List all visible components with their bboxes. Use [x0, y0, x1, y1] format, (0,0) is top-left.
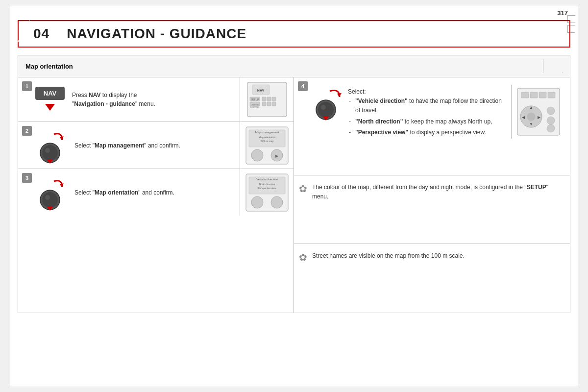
dial-arrow-3 [35, 176, 67, 211]
svg-text:▶: ▶ [275, 154, 279, 158]
svg-marker-15 [60, 136, 64, 140]
device-sketch-2: Map management Map orientation POI on ma… [245, 126, 289, 165]
svg-text:Map management: Map management [255, 131, 279, 134]
sun-icon-2: ✿ [299, 251, 307, 263]
svg-rect-9 [262, 97, 266, 101]
header-title: 04 NAVIGATION - GUIDANCE [28, 26, 560, 42]
dial-icon-2 [35, 129, 67, 161]
device-sketch-4: ▲ ▼ ◀ ▶ [516, 87, 561, 136]
step-2-content: Select "Map management" and confirm. [18, 122, 240, 169]
svg-marker-0 [45, 104, 55, 111]
nav-button-icon: NAV [35, 87, 65, 100]
svg-text:Vehicle direction: Vehicle direction [256, 178, 278, 181]
svg-point-18 [45, 148, 50, 153]
svg-text:ROUTING: ROUTING [250, 106, 259, 108]
page-number: 317 [557, 9, 568, 17]
info-2-text: Street names are visible on the map from… [312, 251, 565, 261]
section-title: Map orientation [25, 63, 73, 70]
svg-rect-13 [267, 102, 271, 106]
svg-marker-40 [337, 93, 342, 97]
svg-point-58 [547, 124, 555, 132]
info-1-cell: ✿ The colour of the map, different from … [294, 175, 570, 244]
svg-point-17 [42, 145, 58, 161]
svg-point-56 [547, 107, 555, 115]
step-4-device-image: ▲ ▼ ◀ ▶ [511, 85, 565, 139]
svg-point-43 [321, 105, 326, 110]
step-1-content: NAV Press NAV to display the "Navigation… [18, 77, 240, 122]
main-grid: 1 NAV Press NAV to display the "Navigati… [18, 77, 570, 313]
svg-rect-12 [262, 102, 266, 106]
svg-point-57 [547, 117, 555, 124]
page: 317 04 NAVIGATION - GUIDANCE Map orienta… [10, 5, 578, 387]
dial-arrow-2 [35, 129, 67, 164]
svg-rect-10 [267, 97, 271, 101]
step-3-wrapper: 3 Se [18, 169, 294, 216]
svg-point-38 [251, 196, 263, 208]
step-3-content: Select "Map orientation" and confirm. [18, 169, 240, 216]
svg-text:◀: ◀ [522, 115, 525, 120]
info-1-text: The colour of the map, different from th… [312, 183, 565, 201]
svg-text:NAV: NAV [257, 89, 264, 92]
svg-point-31 [45, 195, 50, 200]
device-sketch-3: Vehicle direction North direction Perspe… [245, 173, 289, 212]
step-1-wrapper: 1 NAV Press NAV to display the "Navigati… [18, 77, 294, 122]
chapter-title: NAVIGATION - GUIDANCE [67, 26, 246, 41]
step-2-wrapper: 2 [18, 122, 294, 169]
svg-text:North direction: North direction [259, 183, 275, 186]
sun-icon-1: ✿ [299, 183, 307, 195]
svg-text:POI on map: POI on map [260, 140, 273, 143]
step-2-text: Select "Map management" and confirm. [74, 141, 180, 150]
step-4-dial [311, 85, 343, 123]
step-4-cell: 4 Select: [294, 77, 570, 175]
svg-point-42 [318, 102, 334, 118]
step-4-number: 4 [298, 81, 308, 91]
svg-rect-46 [521, 92, 529, 98]
svg-point-30 [42, 192, 58, 208]
section-title-tab [543, 59, 563, 73]
svg-rect-14 [272, 102, 276, 106]
left-column: 1 NAV Press NAV to display the "Navigati… [18, 77, 294, 313]
step-4-text: Select: "Vehicle direction" to have the … [348, 87, 506, 139]
svg-rect-49 [548, 92, 555, 98]
svg-text:Perspective view: Perspective view [258, 187, 276, 190]
svg-text:▶: ▶ [538, 115, 541, 120]
svg-text:▲: ▲ [529, 105, 533, 110]
dial-icon-3 [35, 176, 67, 208]
content-area: Map orientation 1 NAV [18, 55, 570, 313]
step-1-text: Press NAV to display the "Navigation - g… [72, 91, 155, 108]
svg-text:▼: ▼ [529, 122, 533, 126]
info-2-cell: ✿ Street names are visible on the map fr… [294, 244, 570, 313]
step-2-number: 2 [22, 126, 32, 136]
chapter-header: 04 NAVIGATION - GUIDANCE [18, 20, 570, 48]
device-sketch-1: NAV SETUP TRAFFIC ROUTING [245, 80, 289, 119]
step-3-text: Select "Map orientation" and confirm. [74, 188, 174, 197]
step-3-number: 3 [22, 173, 32, 183]
step-3-image: Vehicle direction North direction Perspe… [240, 169, 294, 216]
step-2-image: Map management Map orientation POI on ma… [240, 122, 294, 169]
step-1-number: 1 [22, 81, 32, 91]
svg-point-51 [527, 113, 535, 121]
right-column: 4 Select: [294, 77, 570, 313]
step-1-image: NAV SETUP TRAFFIC ROUTING [240, 77, 294, 122]
chapter-number: 04 [33, 26, 49, 41]
svg-text:Map orientation: Map orientation [258, 136, 275, 139]
svg-point-39 [271, 196, 283, 208]
svg-rect-48 [539, 92, 546, 98]
svg-point-25 [251, 149, 263, 161]
svg-marker-28 [60, 183, 64, 187]
dial-arrow-4 [311, 87, 343, 122]
section-title-bar: Map orientation [18, 55, 570, 77]
down-arrow-icon [43, 100, 57, 112]
svg-text:SETUP: SETUP [250, 98, 259, 101]
svg-rect-47 [530, 92, 538, 98]
svg-rect-11 [272, 97, 276, 101]
